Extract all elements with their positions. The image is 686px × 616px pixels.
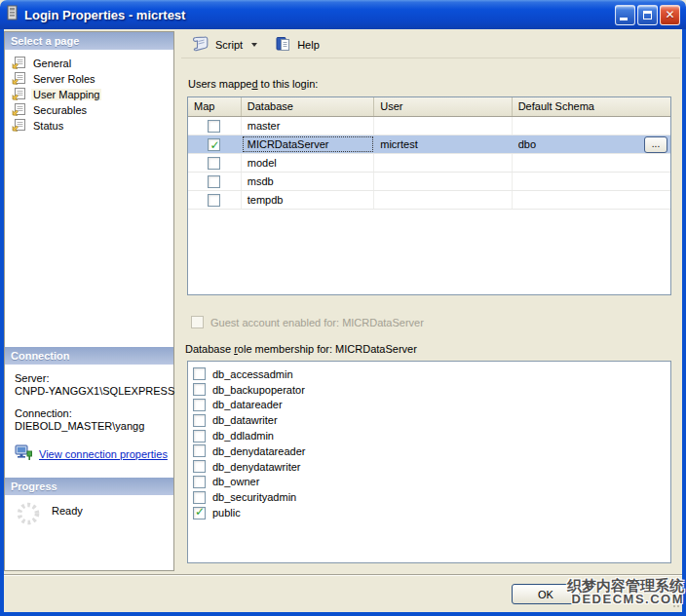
server-value: CNPD-YANGGX1\SQLEXPRESS (15, 385, 173, 398)
role-checkbox[interactable]: ✓ (193, 367, 206, 380)
map-checkbox[interactable]: ✓ (208, 120, 220, 133)
list-item[interactable]: ✓public (193, 505, 670, 520)
page-icon (12, 87, 26, 102)
column-header-default-schema[interactable]: Default Schema (513, 97, 670, 116)
table-row[interactable]: ✓ msdb (188, 173, 670, 191)
minimize-icon (620, 18, 628, 20)
role-label: public (212, 507, 241, 519)
page-list: General Server Roles User Mapping Secura… (5, 50, 173, 347)
column-header-map[interactable]: Map (188, 97, 242, 116)
watermark-line2: DEDECMS.COM (567, 593, 684, 606)
user-cell[interactable] (374, 117, 512, 135)
guest-account-label: Guest account enabled for: MICRDataServe… (210, 317, 424, 328)
guest-account-checkbox: ✓ (191, 316, 204, 328)
chevron-down-icon[interactable] (251, 43, 257, 47)
minimize-button[interactable] (615, 5, 635, 25)
user-cell[interactable]: micrtest (374, 135, 512, 153)
role-membership-label: Database role membership for: MICRDataSe… (185, 343, 417, 355)
sidebar-item-label: General (31, 58, 73, 69)
connection-value: DIEBOLD_MASTER\yangg (15, 420, 173, 433)
close-icon: ✕ (661, 6, 679, 24)
script-icon (191, 35, 210, 54)
progress-spinner-icon (15, 500, 42, 531)
map-checkbox[interactable]: ✓ (208, 157, 220, 170)
script-button[interactable]: Script (187, 33, 261, 56)
guest-account-row: ✓ Guest account enabled for: MICRDataSer… (191, 316, 424, 328)
role-checkbox[interactable]: ✓ (193, 430, 206, 443)
table-header-row: Map Database User Default Schema (188, 97, 670, 117)
role-checkbox[interactable]: ✓ (193, 507, 206, 520)
titlebar[interactable]: Login Properties - micrtest ✕ (0, 0, 686, 29)
table-row[interactable]: ✓ model (188, 154, 670, 173)
table-row[interactable]: ✓ tempdb (188, 191, 670, 210)
table-row[interactable]: ✓ master (188, 117, 670, 135)
role-checkbox[interactable]: ✓ (193, 383, 206, 396)
dialog-border-right (682, 29, 686, 616)
window-title: Login Properties - micrtest (24, 8, 185, 22)
column-header-user[interactable]: User (374, 97, 512, 116)
default-schema-cell[interactable] (513, 154, 670, 172)
select-a-page-header: Select a page (5, 32, 173, 50)
sidebar-item-server-roles[interactable]: Server Roles (5, 71, 173, 87)
sidebar-item-label: User Mapping (31, 89, 101, 100)
users-mapped-label: Users mapped to this login: (188, 78, 318, 90)
connection-panel: Server: CNPD-YANGGX1\SQLEXPRESS Connecti… (5, 365, 173, 478)
database-cell[interactable]: msdb (242, 173, 374, 190)
map-checkbox[interactable]: ✓ (208, 138, 220, 151)
page-icon (12, 71, 26, 87)
table-row-selected[interactable]: ✓ MICRDataServer micrtest dbo ... (188, 135, 670, 154)
user-cell[interactable] (374, 154, 512, 172)
page-icon (12, 102, 26, 118)
page-icon (12, 118, 26, 134)
role-membership-list: ✓db_accessadmin ✓db_backupoperator ✓db_d… (187, 361, 671, 563)
user-cell[interactable] (374, 191, 512, 209)
sidebar-item-user-mapping[interactable]: User Mapping (5, 87, 173, 102)
list-item[interactable]: ✓db_denydatareader (193, 443, 670, 459)
list-item[interactable]: ✓db_owner (193, 475, 670, 490)
default-schema-cell[interactable] (513, 173, 670, 190)
dialog-border-bottom (0, 612, 686, 616)
list-item[interactable]: ✓db_datawriter (193, 412, 670, 428)
database-cell[interactable]: tempdb (242, 191, 374, 209)
close-button[interactable]: ✕ (660, 5, 680, 25)
help-button-label: Help (297, 39, 320, 51)
maximize-button[interactable] (637, 5, 658, 25)
role-label: db_ddladmin (212, 430, 274, 442)
footer-divider (4, 574, 682, 576)
role-checkbox[interactable]: ✓ (193, 399, 206, 411)
help-button[interactable]: Help (271, 34, 324, 56)
server-label: Server: (15, 372, 173, 385)
view-connection-properties-link[interactable]: View connection properties (39, 448, 168, 460)
role-checkbox[interactable]: ✓ (193, 476, 206, 488)
connection-label: Connection: (15, 407, 173, 420)
sidebar-item-status[interactable]: Status (5, 118, 173, 134)
progress-panel: Ready (5, 495, 173, 553)
window-icon (6, 5, 19, 24)
list-item[interactable]: ✓db_accessadmin (193, 366, 670, 382)
role-checkbox[interactable]: ✓ (193, 444, 206, 457)
database-cell[interactable]: MICRDataServer (242, 135, 374, 153)
user-cell[interactable] (374, 173, 512, 190)
default-schema-cell[interactable] (513, 191, 670, 209)
browse-schema-button[interactable]: ... (644, 136, 667, 153)
role-label: db_denydatawriter (212, 461, 301, 473)
role-checkbox[interactable]: ✓ (193, 414, 206, 427)
default-schema-cell[interactable] (513, 117, 670, 135)
role-label: db_denydatareader (212, 445, 305, 457)
column-header-database[interactable]: Database (242, 97, 374, 116)
sidebar-item-securables[interactable]: Securables (5, 102, 173, 118)
map-checkbox[interactable]: ✓ (208, 175, 220, 188)
list-item[interactable]: ✓db_denydatawriter (193, 459, 670, 475)
list-item[interactable]: ✓db_ddladmin (193, 428, 670, 443)
map-checkbox[interactable]: ✓ (208, 194, 220, 207)
sidebar: Select a page General Server Roles User … (4, 31, 174, 571)
role-label: db_backupoperator (212, 384, 305, 396)
list-item[interactable]: ✓db_securityadmin (193, 489, 670, 505)
sidebar-item-general[interactable]: General (5, 56, 173, 71)
list-item[interactable]: ✓db_backupoperator (193, 382, 670, 398)
list-item[interactable]: ✓db_datareader (193, 398, 670, 413)
database-cell[interactable]: master (242, 117, 374, 135)
role-checkbox[interactable]: ✓ (193, 460, 206, 473)
database-cell[interactable]: model (242, 154, 374, 172)
role-checkbox[interactable]: ✓ (193, 491, 206, 504)
